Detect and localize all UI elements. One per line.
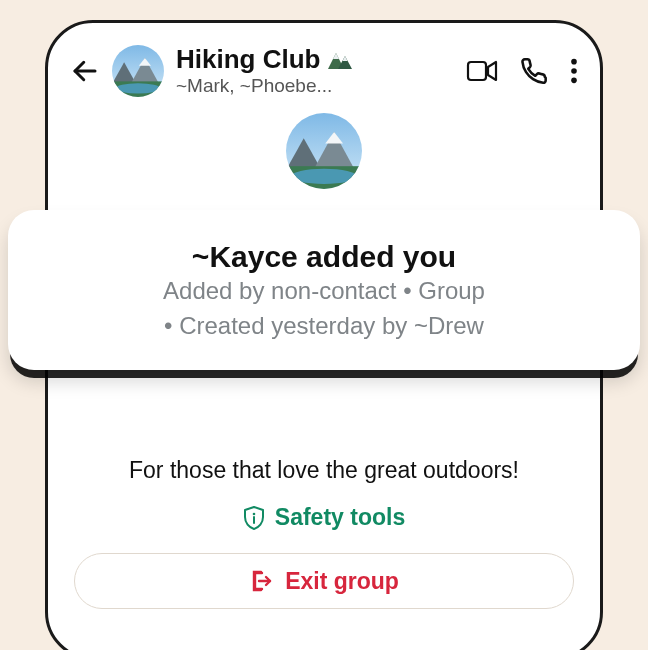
exit-icon [249,569,273,593]
header-actions [466,57,578,85]
safety-tools-button[interactable]: Safety tools [74,504,574,531]
safety-tools-label: Safety tools [275,504,405,531]
mountain-emoji-icon [326,50,352,70]
context-line-2: • Created yesterday by ~Drew [26,309,622,344]
svg-point-22 [253,512,256,515]
svg-point-13 [571,59,577,65]
svg-point-15 [571,78,577,84]
exit-group-button[interactable]: Exit group [74,553,574,609]
svg-marker-8 [333,53,339,59]
group-avatar-row [48,107,600,209]
group-context-card: ~Kayce added you Added by non-contact • … [8,210,640,370]
members-subtitle: ~Mark, ~Phoebe... [176,75,454,97]
exit-group-label: Exit group [285,568,399,595]
group-avatar-small[interactable] [112,45,164,97]
back-icon[interactable] [70,56,100,86]
svg-rect-11 [468,62,486,80]
svg-point-14 [571,68,577,74]
group-details: For those that love the great outdoors! … [48,433,600,609]
title-block[interactable]: Hiking Club ~Mark, ~Phoebe... [176,45,454,97]
group-description: For those that love the great outdoors! [74,457,574,484]
svg-point-6 [115,83,160,93]
shield-info-icon [243,505,265,531]
context-line-1: Added by non-contact • Group [26,274,622,309]
context-title: ~Kayce added you [26,240,622,274]
group-avatar-large[interactable] [286,113,362,189]
svg-marker-10 [343,56,348,61]
svg-point-21 [291,169,357,184]
more-options-icon[interactable] [570,57,578,85]
header: Hiking Club ~Mark, ~Phoebe... [48,23,600,107]
voice-call-icon[interactable] [520,57,548,85]
svg-marker-12 [488,62,496,80]
group-title: Hiking Club [176,45,320,75]
video-call-icon[interactable] [466,58,498,84]
